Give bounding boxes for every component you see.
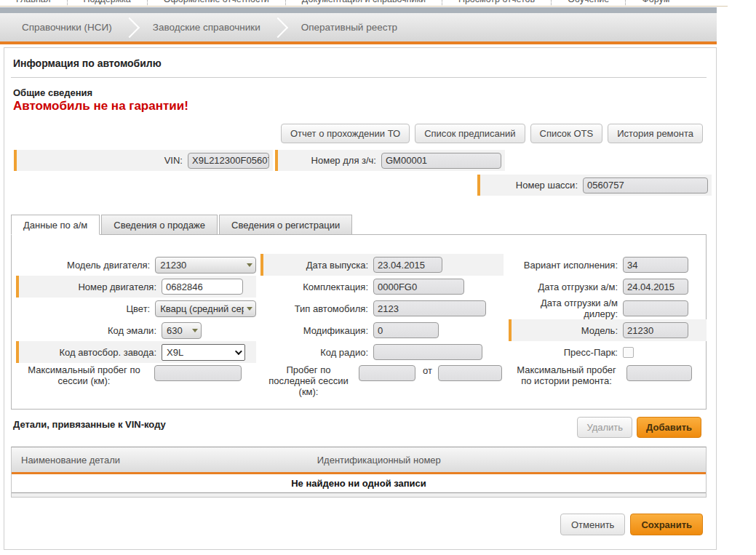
form-column-left: Модель двигателя: 21230 Номер двигателя:… (16, 254, 256, 405)
vin-parts-heading: Детали, привязанные к VIN-коду (13, 419, 166, 430)
nav-item-reporting[interactable]: Оформление отчетности (148, 0, 286, 7)
breadcrumb-item-factory-refs[interactable]: Заводские справочники (153, 22, 260, 33)
screen: Главная Поддержка Оформление отчетности … (0, 0, 756, 555)
engine-number-input[interactable]: 0682846 (162, 279, 243, 295)
vin-parts-actions: Удалить Добавить (577, 417, 701, 438)
part-number-field-block: Номер для з/ч: GM00001 (275, 150, 505, 171)
maintenance-report-button[interactable]: Отчет о прохождении ТО (281, 124, 410, 143)
from-label: от (423, 365, 432, 376)
max-mileage-history-label: Максимальный пробег по истории ремонта: (512, 364, 626, 386)
variant-label: Вариант исполнения: (512, 260, 623, 271)
breadcrumb: Справочники (НСИ) Заводские справочники … (0, 7, 717, 44)
chassis-number-field-block: Номер шасси: 0560757 (477, 175, 712, 196)
engine-number-row: Номер двигателя: 0682846 (16, 276, 256, 298)
enamel-code-dropdown[interactable]: 630 (162, 322, 202, 339)
breadcrumb-item-nsi[interactable]: Справочники (НСИ) (22, 22, 112, 33)
modification-row: Модификация: 0 (260, 319, 504, 341)
last-session-mileage-row: Пробег по последней сессии (км): от (260, 363, 504, 405)
assembly-plant-code-select[interactable]: X9L (162, 344, 245, 361)
cancel-button[interactable]: Отменить (560, 514, 625, 535)
chevron-down-icon (235, 348, 242, 355)
ots-list-button[interactable]: Список OTS (530, 124, 603, 143)
color-row: Цвет: Кварц (средний серо-з (16, 298, 256, 319)
model-input: 21230 (623, 322, 688, 338)
shipment-date-input: 24.04.2015 (623, 279, 688, 295)
repair-history-button[interactable]: История ремонта (608, 124, 703, 143)
save-button[interactable]: Сохранить (630, 514, 703, 535)
release-date-row: Дата выпуска: 23.04.2015 (260, 254, 504, 276)
nav-item-forum[interactable]: Форум (626, 0, 685, 7)
car-data-tab-panel: Модель двигателя: 21230 Номер двигателя:… (11, 234, 707, 410)
car-type-row: Тип автомобиля: 2123 (260, 298, 504, 319)
shipment-date-row: Дата отгрузки а/м: 24.04.2015 (509, 276, 707, 298)
nav-item-view-reports[interactable]: Просмотр отчетов (442, 0, 552, 7)
car-info-tabs: Данные по а/м Сведения о продаже Сведени… (11, 215, 354, 235)
variant-input: 34 (623, 257, 688, 273)
model-row: Модель: 21230 (509, 319, 707, 341)
modification-label: Модификация: (263, 325, 373, 336)
nav-item-training[interactable]: Обучение (552, 0, 626, 7)
part-number-label: Номер для з/ч: (278, 155, 381, 166)
radio-code-label: Код радио: (263, 347, 373, 358)
equipment-row: Комплектация: 0000FG0 (260, 276, 504, 298)
equipment-input: 0000FG0 (373, 279, 464, 295)
nav-item-docs[interactable]: Документация и справочники (286, 0, 442, 7)
model-label: Модель: (512, 325, 623, 336)
engine-model-row: Модель двигателя: 21230 (16, 254, 256, 276)
chevron-down-icon (247, 307, 252, 311)
title-divider (11, 77, 707, 78)
engine-model-label: Модель двигателя: (19, 260, 155, 271)
max-mileage-session-label: Максимальный пробег по сессии (км): (19, 364, 154, 386)
car-type-input: 2123 (373, 300, 486, 316)
vin-label: VIN: (17, 155, 188, 166)
breadcrumb-chevron-icon (119, 17, 140, 37)
parts-table: Наименование детали Идентификационный но… (11, 447, 707, 498)
variant-row: Вариант исполнения: 34 (509, 254, 707, 276)
chevron-down-icon (192, 329, 198, 332)
delete-part-button[interactable]: Удалить (577, 417, 632, 438)
radio-code-row: Код радио: (260, 341, 504, 363)
breadcrumb-chevron-icon (268, 17, 288, 37)
max-mileage-session-row: Максимальный пробег по сессии (км): (16, 363, 256, 405)
radio-code-input (373, 344, 482, 360)
tab-car-data[interactable]: Данные по а/м (11, 215, 100, 235)
report-toolbar: Отчет о прохождении ТО Список предписани… (281, 124, 703, 143)
content-panel: Информация по автомобилю Общие сведения … (4, 47, 717, 550)
part-id-column-header: Идентификационный номер (317, 455, 706, 466)
release-date-label: Дата выпуска: (263, 260, 373, 271)
tab-registration-info[interactable]: Сведения о регистрации (219, 215, 352, 235)
vin-input: X9L212300F0560757 (188, 153, 269, 169)
shipment-date-label: Дата отгрузки а/м: (512, 282, 623, 292)
top-nav-menu: Главная Поддержка Оформление отчетности … (0, 0, 728, 7)
assembly-plant-code-label: Код автосбор. завода: (19, 347, 162, 358)
modification-input: 0 (373, 322, 439, 338)
last-session-mileage-label: Пробег по последней сессии (км): (263, 364, 359, 397)
equipment-label: Комплектация: (263, 282, 373, 292)
form-footer-actions: Отменить Сохранить (560, 514, 703, 535)
chevron-down-icon (247, 263, 252, 267)
max-mileage-history-input (626, 365, 692, 381)
add-part-button[interactable]: Добавить (637, 417, 701, 438)
color-dropdown[interactable]: Кварц (средний серо-з (155, 300, 256, 317)
tab-sale-info[interactable]: Сведения о продаже (101, 215, 218, 235)
chassis-number-input: 0560757 (583, 177, 708, 193)
warranty-warning: Автомобиль не на гарантии! (13, 99, 188, 113)
breadcrumb-bar: Справочники (НСИ) Заводские справочники … (0, 13, 717, 44)
engine-number-label: Номер двигателя: (19, 282, 162, 292)
enamel-code-label: Код эмали: (19, 325, 162, 336)
breadcrumb-item-operative-registry[interactable]: Оперативный реестр (301, 22, 397, 33)
prescriptions-list-button[interactable]: Список предписаний (415, 124, 525, 143)
chassis-number-label: Номер шасси: (480, 180, 583, 191)
nav-item-support[interactable]: Поддержка (68, 0, 148, 7)
release-date-input: 23.04.2015 (373, 257, 442, 273)
parts-table-footer (12, 493, 706, 497)
engine-model-dropdown[interactable]: 21230 (155, 257, 256, 273)
breadcrumb-top-strip (0, 7, 717, 13)
press-park-checkbox[interactable] (623, 347, 634, 358)
color-label: Цвет: (19, 303, 155, 314)
part-number-input: GM00001 (381, 153, 501, 169)
nav-item-home[interactable]: Главная (0, 0, 68, 7)
last-session-mileage-from-input (438, 365, 502, 381)
enamel-code-row: Код эмали: 630 (16, 319, 256, 341)
general-info-heading: Общие сведения (13, 87, 92, 98)
